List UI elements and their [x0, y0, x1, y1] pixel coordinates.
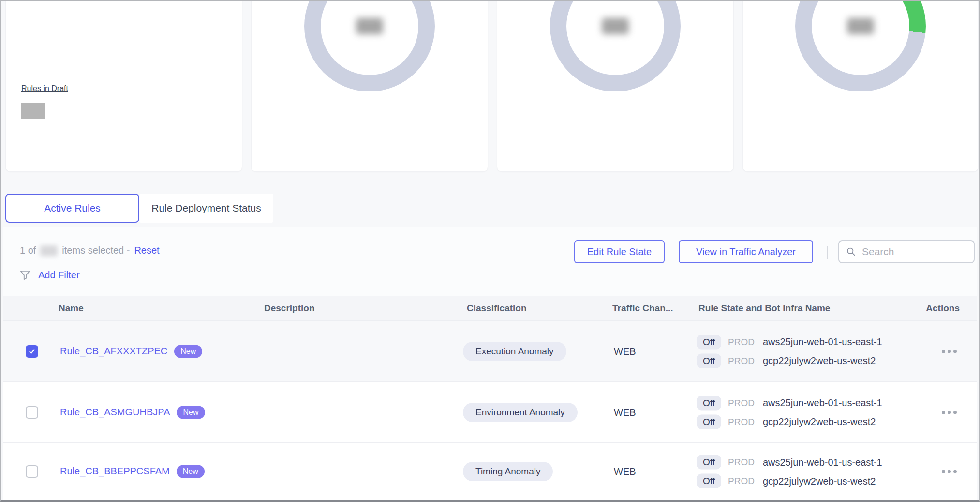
search-input[interactable]: [861, 245, 967, 258]
add-filter-button[interactable]: Add Filter: [19, 269, 80, 281]
traffic-channel-value: WEB: [614, 466, 636, 477]
column-header-name: Name: [59, 303, 84, 314]
bot-infra-name: gcp22julyw2web-us-west2: [763, 355, 876, 366]
filter-funnel-icon: [19, 269, 31, 281]
bot-infra-name: gcp22julyw2web-us-west2: [763, 475, 876, 487]
rule-name-link[interactable]: Rule_CB_BBEPPCSFAM: [60, 466, 170, 477]
rule-state-toggle[interactable]: Off: [697, 414, 721, 429]
table-bottom-border: [3, 501, 977, 502]
rule-state-list: Off PROD aws25jun-web-01-us-east-1 Off P…: [697, 455, 882, 488]
tab-rule-deployment-status[interactable]: Rule Deployment Status: [139, 194, 273, 223]
checkmark-icon: [28, 348, 36, 355]
column-header-rule-state: Rule State and Bot Infra Name: [698, 303, 830, 314]
row-checkbox[interactable]: [26, 406, 38, 419]
rule-state-line: Off PROD gcp22julyw2web-us-west2: [697, 353, 882, 368]
donut-card-3: [742, 0, 979, 172]
rule-state-line: Off PROD gcp22julyw2web-us-west2: [697, 414, 882, 429]
table-row: Rule_CB_BBEPPCSFAM New Timing Anomaly WE…: [3, 443, 977, 501]
selection-count-suffix: items selected -: [62, 245, 130, 256]
rule-state-toggle[interactable]: Off: [697, 474, 721, 488]
search-icon: [846, 246, 856, 258]
donut-card-2: [497, 0, 734, 172]
donut-redacted-value: [602, 18, 629, 34]
rule-state-toggle[interactable]: Off: [697, 335, 721, 349]
donut-redacted-value: [356, 18, 383, 34]
rules-in-draft-link[interactable]: Rules in Draft: [21, 84, 68, 93]
edit-rule-state-button[interactable]: Edit Rule State: [574, 240, 665, 263]
traffic-channel-value: WEB: [614, 407, 636, 418]
environment-label: PROD: [728, 416, 755, 427]
tab-active-rules[interactable]: Active Rules: [5, 194, 139, 223]
new-badge: New: [177, 465, 205, 478]
donut-chart: [304, 0, 435, 91]
reset-selection-link[interactable]: Reset: [134, 245, 159, 256]
rule-state-toggle[interactable]: Off: [697, 455, 721, 470]
bot-infra-name: aws25jun-web-01-us-east-1: [763, 336, 882, 348]
column-header-classification: Classification: [467, 303, 527, 314]
table-row: Rule_CB_ASMGUHBJPA New Environment Anoma…: [3, 382, 977, 443]
classification-pill: Execution Anomaly: [463, 342, 566, 361]
rule-state-toggle[interactable]: Off: [697, 353, 721, 368]
donut-chart-with-green-segment: [795, 0, 926, 91]
rule-state-line: Off PROD aws25jun-web-01-us-east-1: [697, 335, 882, 349]
rule-name-link[interactable]: Rule_CB_AFXXXTZPEC: [60, 346, 167, 357]
rule-name-link[interactable]: Rule_CB_ASMGUHBJPA: [60, 407, 170, 418]
column-header-actions: Actions: [926, 303, 960, 314]
row-checkbox-checked[interactable]: [26, 345, 38, 358]
selection-total-redacted: [40, 245, 58, 256]
environment-label: PROD: [728, 397, 755, 408]
row-actions-menu[interactable]: [942, 411, 957, 414]
rules-dashboard-screen: Rules in Draft Active Rules Rule Deploym…: [0, 0, 980, 502]
environment-label: PROD: [728, 355, 755, 366]
bot-infra-name: aws25jun-web-01-us-east-1: [763, 397, 882, 409]
environment-label: PROD: [728, 336, 755, 347]
classification-pill: Timing Anomaly: [463, 462, 553, 481]
view-in-traffic-analyzer-button[interactable]: View in Traffic Analyzer: [679, 240, 813, 263]
search-box[interactable]: [838, 240, 975, 263]
rule-state-toggle[interactable]: Off: [697, 396, 721, 410]
row-actions-menu[interactable]: [942, 470, 957, 473]
bot-infra-name: gcp22julyw2web-us-west2: [763, 416, 876, 427]
rules-in-draft-redacted-value: [21, 103, 45, 119]
toolbar-divider: [827, 246, 828, 259]
environment-label: PROD: [728, 457, 755, 468]
new-badge: New: [174, 345, 202, 358]
column-header-description: Description: [264, 303, 315, 314]
traffic-channel-value: WEB: [614, 346, 636, 357]
donut-redacted-value: [847, 18, 874, 34]
new-badge: New: [177, 406, 205, 419]
rule-state-list: Off PROD aws25jun-web-01-us-east-1 Off P…: [697, 396, 882, 429]
classification-pill: Environment Anomaly: [463, 403, 578, 422]
column-header-traffic-channel: Traffic Chan...: [612, 303, 673, 314]
selection-count-prefix: 1 of: [20, 245, 36, 256]
table-row: Rule_CB_AFXXXTZPEC New Execution Anomaly…: [3, 321, 977, 382]
add-filter-label: Add Filter: [38, 270, 80, 281]
table-header-row: Name Description Classification Traffic …: [3, 296, 977, 321]
rules-in-draft-card: Rules in Draft: [5, 0, 242, 172]
environment-label: PROD: [728, 476, 755, 487]
donut-chart: [550, 0, 681, 91]
row-actions-menu[interactable]: [942, 350, 957, 353]
rule-state-line: Off PROD gcp22julyw2web-us-west2: [697, 474, 882, 488]
row-checkbox[interactable]: [26, 465, 38, 478]
rule-state-line: Off PROD aws25jun-web-01-us-east-1: [697, 455, 882, 470]
bot-infra-name: aws25jun-web-01-us-east-1: [763, 456, 882, 468]
rule-state-line: Off PROD aws25jun-web-01-us-east-1: [697, 396, 882, 410]
rule-state-list: Off PROD aws25jun-web-01-us-east-1 Off P…: [697, 335, 882, 368]
donut-card-1: [251, 0, 488, 172]
selection-summary: 1 of items selected - Reset: [20, 245, 160, 256]
